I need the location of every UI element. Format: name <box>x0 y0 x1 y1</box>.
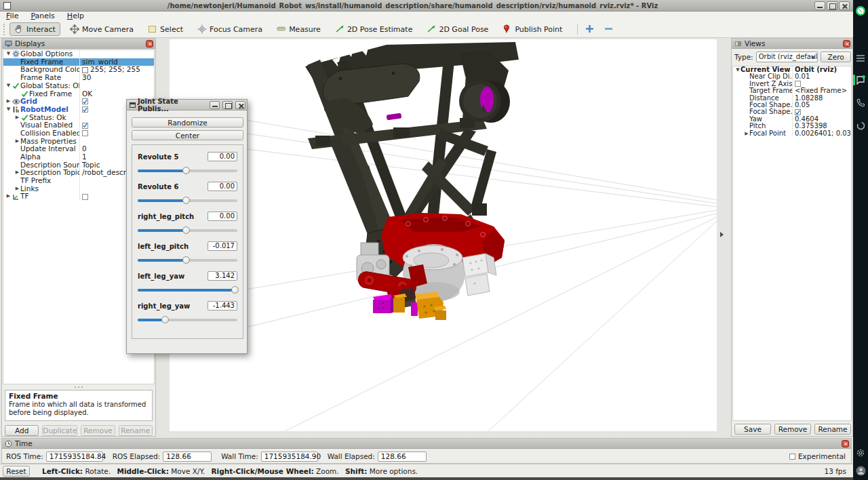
joint-slider-track[interactable] <box>138 319 237 321</box>
menu-icon[interactable] <box>855 53 866 64</box>
property-row[interactable]: Background Color255; 255; 255 <box>3 66 154 74</box>
property-value[interactable]: 255; 255; 255 <box>90 66 140 74</box>
property-value[interactable]: 1 <box>82 153 87 161</box>
time-field-input[interactable]: 1715935184.84 <box>46 452 103 462</box>
time-field-input[interactable]: 128.66 <box>163 452 212 462</box>
joint-value-input[interactable]: 0.00 <box>208 212 237 221</box>
tool-select[interactable]: Select <box>143 22 188 36</box>
status-icon[interactable] <box>855 120 866 131</box>
joint-slider-track[interactable] <box>138 169 237 172</box>
experimental-checkbox[interactable] <box>789 454 795 460</box>
time-close-icon[interactable] <box>842 440 849 447</box>
displays-panel-header[interactable]: Displays <box>2 39 155 49</box>
menu-help[interactable]: Help <box>61 12 90 21</box>
expander-collapsed[interactable]: ▶ <box>5 193 12 201</box>
view-type-dropdown[interactable]: Orbit (rviz_default_p <box>756 52 818 62</box>
panel-splitter[interactable] <box>2 386 155 388</box>
checkbox-unchecked[interactable] <box>82 130 88 136</box>
property-row[interactable]: Focal Shape... <box>733 108 851 115</box>
property-row[interactable]: Yaw0.4604 <box>733 116 851 123</box>
checkbox-checked[interactable] <box>82 98 88 104</box>
expander-expanded[interactable]: ▼ <box>5 50 12 58</box>
displays-close-icon[interactable] <box>146 40 153 47</box>
checkbox-checked[interactable] <box>795 109 801 115</box>
expander-expanded[interactable]: ▼ <box>735 66 741 73</box>
expander-collapsed[interactable]: ▶ <box>5 98 12 106</box>
property-value[interactable]: 0 <box>82 145 87 153</box>
checkbox-unchecked[interactable] <box>82 194 88 200</box>
expander-collapsed[interactable]: ▶ <box>14 114 20 122</box>
joint-minimize-button[interactable] <box>210 101 220 109</box>
add-tool-button[interactable] <box>583 23 595 35</box>
property-row[interactable]: Focal Shape...0.05 <box>733 102 851 108</box>
reset-button[interactable]: Reset <box>3 466 30 477</box>
joint-value-input[interactable]: -0.017 <box>208 241 237 251</box>
joint-value-input[interactable]: 3.142 <box>208 271 237 281</box>
property-value[interactable]: 0.375398 <box>795 123 827 129</box>
color-swatch[interactable] <box>82 67 88 73</box>
joint-slider-track[interactable] <box>138 259 237 262</box>
view-remove-button[interactable]: Remove <box>774 424 811 435</box>
joint-slider-handle[interactable] <box>182 256 190 264</box>
toolbar-grip[interactable] <box>3 24 6 35</box>
view-rename-button[interactable]: Rename <box>814 424 851 435</box>
property-value[interactable]: Topic <box>82 161 100 169</box>
property-value[interactable]: 1.08288 <box>795 95 823 102</box>
time-field-input[interactable]: 128.66 <box>378 452 427 462</box>
expander-collapsed[interactable]: ▶ <box>14 169 20 177</box>
joint-value-input[interactable]: -1.443 <box>208 301 237 311</box>
menu-panels[interactable]: Panels <box>24 12 60 21</box>
minimize-button[interactable] <box>814 1 825 10</box>
joint-slider-track[interactable] <box>138 289 237 292</box>
property-row[interactable]: ▼Global Options <box>3 50 154 58</box>
settings-icon[interactable] <box>855 447 866 458</box>
checkbox-checked[interactable] <box>82 106 88 113</box>
time-panel-header[interactable]: Time <box>2 439 851 449</box>
property-row[interactable]: Near Clip Di...0.01 <box>733 73 851 80</box>
joint-slider-track[interactable] <box>138 229 237 232</box>
property-value[interactable]: 0.4604 <box>795 116 818 123</box>
property-row[interactable]: ▼Global Status: Ok <box>3 82 154 90</box>
render-viewport-3d[interactable] <box>170 39 717 431</box>
tool-move-camera[interactable]: Move Camera <box>65 22 138 36</box>
expander-expanded[interactable]: ▼ <box>5 82 12 90</box>
close-button[interactable] <box>839 1 850 10</box>
expander-collapsed[interactable]: ▶ <box>14 138 20 146</box>
view-save-button[interactable]: Save <box>734 424 771 435</box>
whatsapp-icon[interactable] <box>855 5 866 16</box>
joint-maximize-button[interactable] <box>222 101 233 109</box>
time-field-input[interactable]: 1715935184.90 <box>261 452 318 462</box>
property-value[interactable]: sim_world <box>82 58 118 66</box>
maximize-button[interactable] <box>827 1 837 10</box>
property-row[interactable]: ▼Current ViewOrbit (rviz) <box>733 66 851 73</box>
property-row[interactable]: Fixed FrameOK <box>3 89 154 98</box>
checkbox-unchecked[interactable] <box>795 81 801 87</box>
joint-slider-handle[interactable] <box>231 286 239 294</box>
display-add-button[interactable]: Add <box>5 425 39 436</box>
tool-2d-goal-pose[interactable]: 2D Goal Pose <box>422 22 493 36</box>
randomize-button[interactable]: Randomize <box>132 117 243 127</box>
joint-close-button[interactable] <box>235 101 245 109</box>
property-row[interactable]: Pitch0.375398 <box>733 123 851 129</box>
joint-window-titlebar[interactable]: Joint State Publis... <box>127 100 247 111</box>
joint-value-input[interactable]: 0.00 <box>208 152 237 161</box>
joint-slider-handle[interactable] <box>182 197 190 204</box>
calls-icon[interactable] <box>855 97 866 108</box>
joint-slider-handle[interactable] <box>161 316 169 323</box>
tool-2d-pose-estimate[interactable]: 2D Pose Estimate <box>330 22 418 36</box>
joint-slider-handle[interactable] <box>182 167 190 174</box>
property-value[interactable]: OK <box>82 90 92 98</box>
joint-slider-handle[interactable] <box>182 226 190 234</box>
joint-slider-track[interactable] <box>138 199 237 202</box>
property-value[interactable]: 0.0026401; 0.0316... <box>795 130 851 137</box>
views-panel-header[interactable]: Views <box>732 39 852 49</box>
center-button[interactable]: Center <box>132 130 243 140</box>
tool-measure[interactable]: Measure <box>272 22 326 36</box>
tool-publish-point[interactable]: Publish Point <box>498 22 567 36</box>
panel-collapse-handle[interactable] <box>720 232 724 237</box>
property-row[interactable]: Distance1.08288 <box>733 95 851 102</box>
chats-icon[interactable] <box>855 75 866 85</box>
remove-tool-button[interactable] <box>602 23 614 35</box>
menu-file[interactable]: File <box>0 12 24 21</box>
expander-collapsed[interactable]: ▶ <box>14 185 20 193</box>
